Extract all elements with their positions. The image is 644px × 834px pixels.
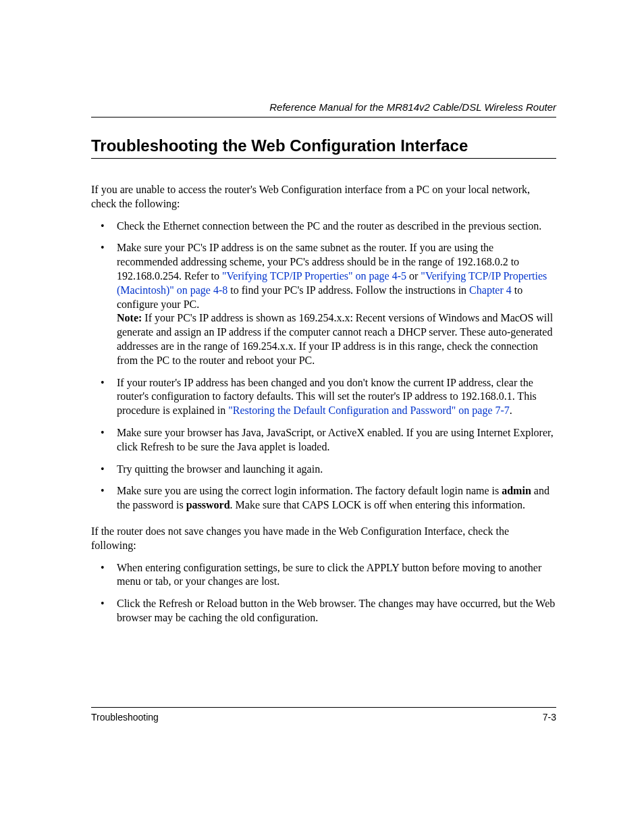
footer-right: 7-3 <box>543 712 556 723</box>
list-item: When entering configuration settings, be… <box>91 561 556 590</box>
list-item: Check the Ethernet connection between th… <box>91 219 556 234</box>
mid-paragraph: If the router does not save changes you … <box>91 525 556 553</box>
bold-text: admin <box>502 485 531 496</box>
page: Reference Manual for the MR814v2 Cable/D… <box>0 0 644 834</box>
text: . <box>510 405 512 416</box>
list-item: Click the Refresh or Reload button in th… <box>91 597 556 625</box>
body-text: If you are unable to access the router's… <box>91 183 556 625</box>
bullet-list-2: When entering configuration settings, be… <box>91 561 556 625</box>
bullet-list-1: Check the Ethernet connection between th… <box>91 219 556 513</box>
list-item: Make sure your browser has Java, JavaScr… <box>91 426 556 454</box>
section-title: Troubleshooting the Web Configuration In… <box>91 136 556 159</box>
list-item: Try quitting the browser and launching i… <box>91 463 556 477</box>
running-header: Reference Manual for the MR814v2 Cable/D… <box>91 101 556 118</box>
xref-link[interactable]: "Verifying TCP/IP Properties" on page 4-… <box>222 270 406 282</box>
text: . Make sure that CAPS LOCK is off when e… <box>230 499 525 511</box>
note-body: If your PC's IP address is shown as 169.… <box>117 312 553 365</box>
note-block: Note: If your PC's IP address is shown a… <box>117 311 556 367</box>
footer-left: Troubleshooting <box>91 712 159 723</box>
list-item: Make sure your PC's IP address is on the… <box>91 241 556 367</box>
note-label: Note: <box>117 312 142 323</box>
xref-link[interactable]: Chapter 4 <box>469 284 512 296</box>
list-item: Make sure you are using the correct logi… <box>91 484 556 513</box>
bold-text: password <box>186 499 230 511</box>
page-footer: Troubleshooting 7-3 <box>91 707 556 723</box>
text: or <box>406 270 421 282</box>
xref-link[interactable]: "Restoring the Default Configuration and… <box>228 405 510 416</box>
text: to find your PC's IP address. Follow the… <box>227 284 469 296</box>
list-item: If your router's IP address has been cha… <box>91 376 556 418</box>
text: Make sure you are using the correct logi… <box>117 485 502 496</box>
intro-paragraph: If you are unable to access the router's… <box>91 183 556 211</box>
